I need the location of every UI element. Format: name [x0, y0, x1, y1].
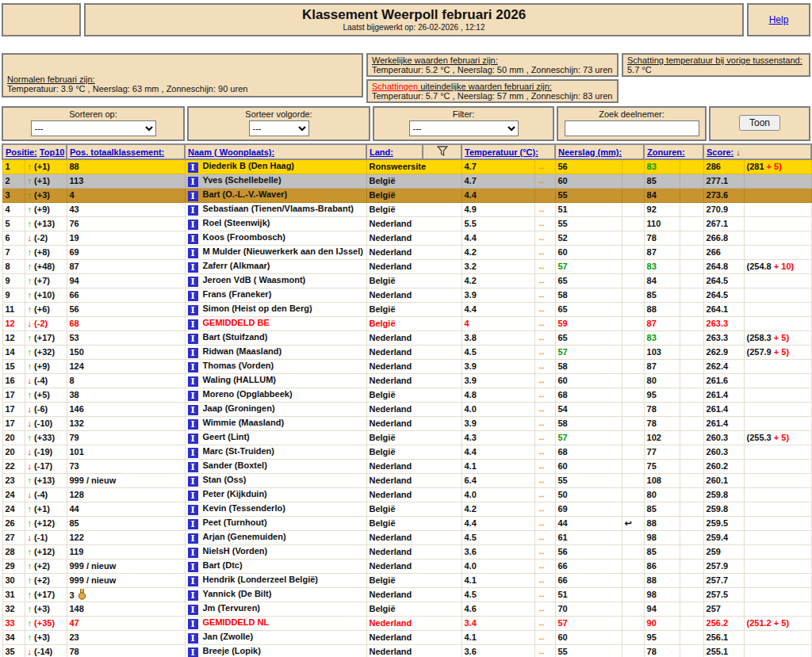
land-cell: België: [366, 174, 462, 188]
participant-info-icon[interactable]: I: [188, 319, 198, 330]
filter-funnel-icon[interactable]: [437, 146, 448, 156]
participant-info-icon[interactable]: I: [188, 619, 198, 629]
participant-name: Bart (Stuifzand): [203, 332, 268, 342]
participant-info-icon[interactable]: I: [188, 391, 198, 401]
participant-info-icon[interactable]: I: [188, 590, 198, 601]
table-row: 7↑ (+8)69IM Mulder (Nieuwerkerk aan den …: [2, 245, 811, 259]
temperatuur-cell: 4.4: [462, 188, 534, 202]
participant-info-icon[interactable]: I: [188, 605, 198, 615]
ranking-table: Positie: Top10 Pos. totaalklassement: Na…: [2, 143, 812, 657]
participant-info-icon[interactable]: I: [188, 234, 198, 244]
positie-cell: 27: [2, 530, 25, 544]
zonuren-extra-cell: [680, 487, 703, 502]
participant-info-icon[interactable]: I: [188, 362, 198, 372]
participant-info-icon[interactable]: I: [188, 533, 198, 544]
zonuren-cell: 85: [644, 544, 680, 559]
neerslag-cell: 60: [555, 174, 622, 188]
temperatuur-sort-link[interactable]: Temperatuur (°C):: [465, 147, 538, 157]
participant-info-icon[interactable]: I: [188, 562, 198, 572]
temperatuur-trend-cell: ↔: [534, 544, 555, 559]
participant-name: Simon (Heist op den Berg): [203, 304, 312, 313]
participant-info-icon[interactable]: I: [188, 305, 198, 315]
participant-info-icon[interactable]: I: [188, 448, 198, 458]
up-arrow-icon: ↑: [28, 433, 33, 442]
participant-info-icon[interactable]: I: [188, 633, 198, 644]
neerslag-cell: 60: [555, 373, 622, 388]
participant-info-icon[interactable]: I: [188, 248, 198, 258]
temperatuur-trend-cell: ↔: [534, 359, 555, 373]
temperatuur-cell: 4: [462, 316, 534, 330]
positie-sort-link[interactable]: Positie:: [6, 147, 37, 157]
score-bonus-cell: (281 + 5): [744, 159, 811, 174]
pos-totaalklassement-cell: 3: [67, 587, 185, 602]
werkelijke-label: Werkelijke waarden februari zijn:: [372, 55, 613, 65]
zonuren-cell: 86: [644, 559, 680, 573]
positie-cell: 24: [2, 487, 25, 502]
toon-button[interactable]: Toon: [739, 115, 780, 131]
participant-info-icon[interactable]: I: [188, 434, 198, 444]
participant-info-icon[interactable]: I: [188, 376, 198, 387]
both-directions-arrow-icon: ↔: [538, 204, 546, 214]
both-directions-arrow-icon: ↔: [538, 433, 546, 442]
table-row: 2↑ (+1)113IYves (Schellebelle)België4.7↔…: [2, 174, 811, 188]
neerslag-sort-link[interactable]: Neerslag (mm):: [558, 147, 622, 157]
naam-cell: IJeroen VdB ( Waasmont): [185, 273, 366, 288]
zonuren-cell: 88: [644, 516, 680, 530]
neerslag-cell: 68: [555, 445, 622, 459]
participant-info-icon[interactable]: I: [188, 262, 198, 273]
pos-totaalklassement-cell: 38: [67, 388, 185, 402]
participant-info-icon[interactable]: I: [188, 519, 198, 529]
participant-info-icon[interactable]: I: [188, 405, 198, 415]
top10-cell: ↓ (-6): [25, 402, 67, 416]
temperatuur-trend-cell: ↔: [534, 573, 555, 587]
table-row: 1↑ (+1)88IDiederik B (Den Haag)Ronsweers…: [2, 159, 811, 174]
land-cell: Nederland: [366, 459, 462, 473]
participant-info-icon[interactable]: I: [188, 277, 198, 287]
participant-info-icon[interactable]: I: [188, 548, 198, 558]
sorteren-select[interactable]: ---: [31, 120, 156, 136]
score-sort-link[interactable]: Score:: [707, 147, 733, 157]
participant-info-icon[interactable]: I: [188, 419, 198, 430]
pos-totaalklassement-cell: 101: [67, 445, 185, 459]
temperatuur-trend-cell: ↔: [534, 259, 555, 273]
participant-info-icon[interactable]: I: [188, 476, 198, 487]
participant-info-icon[interactable]: I: [188, 576, 198, 586]
top10-cell: ↑ (+8): [25, 245, 67, 259]
participant-info-icon[interactable]: I: [188, 491, 198, 501]
participant-info-icon[interactable]: I: [188, 291, 198, 301]
naam-sort-link[interactable]: Naam ( Woonplaats):: [188, 147, 274, 157]
temperatuur-trend-cell: ↔: [534, 174, 555, 188]
participant-info-icon[interactable]: I: [188, 505, 198, 515]
zonuren-extra-cell: [680, 602, 703, 616]
participant-info-icon[interactable]: I: [188, 162, 198, 173]
zonuren-sort-link[interactable]: Zonuren:: [647, 147, 685, 157]
participant-name: Wimmie (Maasland): [203, 418, 285, 427]
participant-info-icon[interactable]: I: [188, 220, 198, 230]
temperatuur-cell: 4.2: [462, 245, 534, 259]
participant-info-icon[interactable]: I: [188, 191, 198, 201]
up-arrow-icon: ↑: [28, 561, 33, 571]
sorteer-volgorde-select[interactable]: ---: [249, 120, 309, 136]
zonuren-extra-cell: [680, 273, 703, 288]
zoek-deelnemer-input[interactable]: [565, 120, 699, 136]
participant-info-icon[interactable]: I: [188, 177, 198, 187]
up-arrow-icon: ↑: [28, 162, 33, 171]
participant-info-icon[interactable]: I: [188, 462, 198, 472]
score-bonus-cell: [744, 245, 811, 259]
land-sort-link[interactable]: Land:: [370, 147, 393, 157]
participant-info-icon[interactable]: I: [188, 334, 198, 344]
neerslag-extra-cell: [622, 544, 644, 559]
participant-info-icon[interactable]: I: [188, 647, 198, 657]
participant-info-icon[interactable]: I: [188, 205, 198, 216]
pos-totaal-sort-link[interactable]: Pos. totaalklassement:: [70, 147, 164, 157]
participant-info-icon[interactable]: I: [188, 348, 198, 358]
neerslag-cell: 65: [555, 302, 622, 316]
score-cell: 266: [703, 245, 744, 259]
help-link[interactable]: Help: [769, 14, 789, 25]
temperatuur-trend-cell: ↔: [534, 487, 555, 502]
positie-top10-header: Positie: Top10: [2, 144, 67, 159]
top10-sort-link[interactable]: Top10: [40, 147, 65, 157]
filter-select[interactable]: ---: [409, 120, 519, 136]
both-directions-arrow-icon: ↔: [538, 547, 546, 556]
neerslag-extra-cell: [622, 231, 644, 245]
